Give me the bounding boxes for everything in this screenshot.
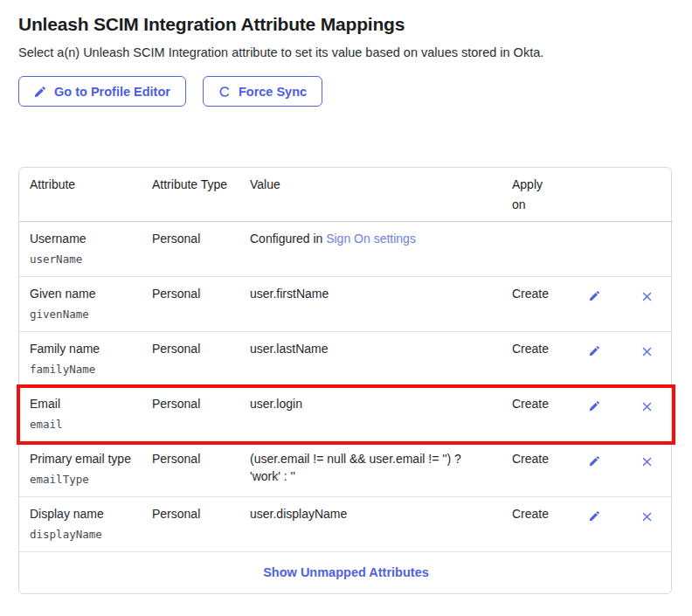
value-text: user.lastName <box>250 342 328 356</box>
value-link[interactable]: Sign On settings <box>326 232 416 246</box>
header-edit-column <box>568 168 620 222</box>
edit-mapping-button[interactable] <box>587 398 602 413</box>
table-footer-row: Show Unmapped Attributes <box>19 552 673 594</box>
go-to-profile-editor-label: Go to Profile Editor <box>54 85 170 99</box>
attribute-label: Email <box>30 395 131 412</box>
pencil-icon <box>589 290 600 301</box>
close-icon <box>642 292 652 301</box>
attribute-label: Family name <box>30 340 131 357</box>
force-sync-button[interactable]: Force Sync <box>203 76 322 107</box>
attribute-variable: email <box>30 417 131 433</box>
attribute-type: Personal <box>152 397 200 411</box>
remove-mapping-button[interactable] <box>640 290 654 303</box>
go-to-profile-editor-button[interactable]: Go to Profile Editor <box>18 76 186 107</box>
attribute-variable: displayName <box>30 527 131 543</box>
attribute-type: Personal <box>152 507 200 521</box>
edit-mapping-button[interactable] <box>587 509 602 523</box>
close-icon <box>642 402 652 412</box>
attribute-variable: familyName <box>30 362 131 377</box>
value-cell: user.displayName <box>239 497 502 552</box>
attribute-variable: userName <box>30 252 131 267</box>
close-icon <box>642 347 652 356</box>
remove-mapping-button[interactable] <box>640 455 654 468</box>
attribute-variable: givenName <box>30 307 131 322</box>
table-row: Family name familyName Personal user.las… <box>19 332 673 387</box>
header-remove-column <box>620 168 673 222</box>
attribute-label: Display name <box>30 505 131 523</box>
pencil-icon <box>589 510 600 522</box>
apply-on-value: Create <box>512 452 549 466</box>
mappings-table: Attribute Attribute Type Value Apply on … <box>19 168 673 593</box>
attribute-type: Personal <box>152 342 200 356</box>
table-row: Email email Personal user.login Create <box>19 387 673 442</box>
remove-mapping-button[interactable] <box>640 345 654 358</box>
mappings-table-container: Attribute Attribute Type Value Apply on … <box>18 167 672 594</box>
header-attribute-type: Attribute Type <box>142 168 239 222</box>
attribute-type: Personal <box>152 287 200 301</box>
pencil-icon <box>589 345 600 356</box>
sync-icon <box>218 86 231 98</box>
show-unmapped-attributes-link[interactable]: Show Unmapped Attributes <box>263 565 429 579</box>
table-row: Display name displayName Personal user.d… <box>19 497 673 552</box>
value-text: user.displayName <box>250 507 347 521</box>
remove-mapping-button[interactable] <box>640 400 654 413</box>
header-value: Value <box>239 168 502 222</box>
table-header-row: Attribute Attribute Type Value Apply on <box>19 168 673 222</box>
header-apply-on: Apply on <box>502 168 568 222</box>
apply-on-value: Create <box>512 397 549 411</box>
attribute-label: Given name <box>30 285 131 302</box>
attribute-label: Primary email type <box>30 450 131 467</box>
close-icon <box>642 512 652 522</box>
table-row: Primary email type emailType Personal (u… <box>19 442 673 497</box>
edit-mapping-button[interactable] <box>587 453 602 468</box>
pencil-icon <box>34 86 46 98</box>
value-cell: user.firstName <box>239 277 502 332</box>
mappings-table-body: Username userName Personal Configured in… <box>19 222 673 552</box>
page-title: Unleash SCIM Integration Attribute Mappi… <box>18 13 674 36</box>
edit-mapping-button[interactable] <box>587 343 602 358</box>
value-cell: Configured in Sign On settings <box>239 222 502 277</box>
pencil-icon <box>589 400 600 412</box>
attribute-label: Username <box>30 230 131 247</box>
pencil-icon <box>589 455 600 467</box>
attribute-type: Personal <box>152 452 200 466</box>
value-text: user.firstName <box>250 287 329 301</box>
page-subtitle: Select a(n) Unleash SCIM Integration att… <box>18 44 674 61</box>
table-row: Given name givenName Personal user.first… <box>19 277 673 332</box>
apply-on-value: Create <box>512 287 549 301</box>
value-cell: (user.email != null && user.email != '')… <box>239 442 502 497</box>
apply-on-value: Create <box>512 342 549 356</box>
table-row: Username userName Personal Configured in… <box>19 222 673 277</box>
remove-mapping-button[interactable] <box>640 510 654 523</box>
attribute-variable: emailType <box>30 472 131 488</box>
toolbar: Go to Profile Editor Force Sync <box>18 76 674 107</box>
force-sync-label: Force Sync <box>239 85 307 99</box>
edit-mapping-button[interactable] <box>587 288 602 303</box>
attribute-mappings-page: Unleash SCIM Integration Attribute Mappi… <box>0 0 692 594</box>
value-text: user.login <box>250 397 302 411</box>
close-icon <box>642 457 652 467</box>
value-cell: user.lastName <box>239 332 502 387</box>
value-text: Configured in <box>250 232 326 246</box>
attribute-type: Personal <box>152 232 200 246</box>
header-attribute: Attribute <box>19 168 142 222</box>
apply-on-value: Create <box>512 507 549 521</box>
value-text: (user.email != null && user.email != '')… <box>250 452 461 483</box>
value-cell: user.login <box>239 387 502 442</box>
